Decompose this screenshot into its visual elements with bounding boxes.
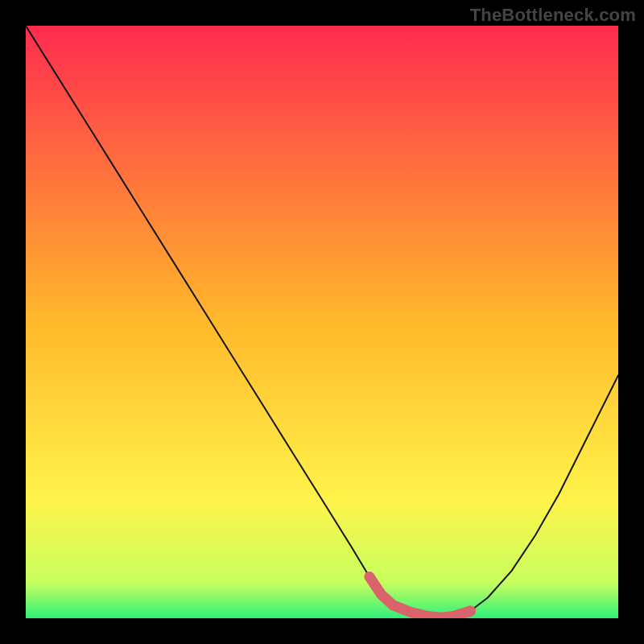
- gradient-background: [26, 26, 618, 618]
- optimal-range-end-dot: [464, 605, 476, 617]
- chart-frame: TheBottleneck.com: [0, 0, 644, 644]
- bottleneck-chart: [26, 26, 618, 618]
- watermark-text: TheBottleneck.com: [470, 5, 636, 26]
